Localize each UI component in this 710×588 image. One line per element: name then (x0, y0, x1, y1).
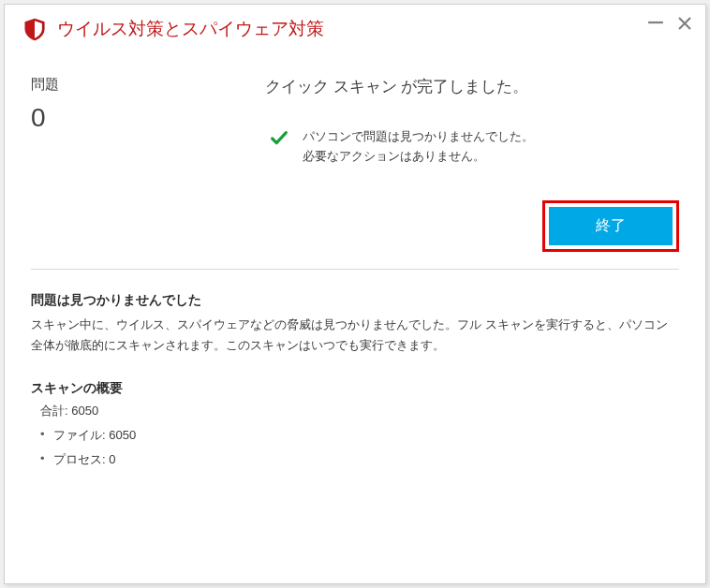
status-column: クイック スキャン が完了しました。 パソコンで問題は見つかりませんでした。 必… (265, 76, 679, 167)
check-icon (269, 128, 289, 149)
close-icon[interactable] (677, 16, 692, 34)
not-found-heading: 問題は見つかりませんでした (31, 292, 679, 309)
summary-total: 合計: 6050 (40, 403, 679, 419)
details-section: 問題は見つかりませんでした スキャン中に、ウイルス、スパイウェアなどの脅威は見つ… (31, 292, 679, 356)
summary-processes: プロセス: 0 (40, 451, 679, 468)
summary-files: ファイル: 6050 (40, 427, 679, 444)
titlebar: ウイルス対策とスパイウェア対策 (5, 5, 705, 50)
result-text: パソコンで問題は見つかりませんでした。 必要なアクションはありません。 (303, 127, 534, 167)
result-row: パソコンで問題は見つかりませんでした。 必要なアクションはありません。 (269, 127, 679, 167)
summary-section: スキャンの概要 合計: 6050 ファイル: 6050 プロセス: 0 (31, 380, 679, 468)
svg-rect-0 (648, 22, 663, 23)
finish-button[interactable]: 終了 (549, 207, 673, 245)
app-window: ウイルス対策とスパイウェア対策 問題 0 クイック スキャン が完了しました。 (4, 4, 706, 584)
button-row: 終了 (31, 200, 679, 252)
minimize-icon[interactable] (647, 14, 664, 35)
not-found-text: スキャン中に、ウイルス、スパイウェアなどの脅威は見つかりませんでした。フル スキ… (31, 315, 679, 356)
divider (31, 269, 679, 270)
problems-column: 問題 0 (31, 76, 265, 167)
scan-result-section: 問題 0 クイック スキャン が完了しました。 パソコンで問題は見つかりませんで… (31, 76, 679, 167)
window-title: ウイルス対策とスパイウェア対策 (57, 17, 324, 41)
summary-heading: スキャンの概要 (31, 380, 679, 397)
content-area: 問題 0 クイック スキャン が完了しました。 パソコンで問題は見つかりませんで… (5, 50, 705, 468)
problems-label: 問題 (31, 76, 265, 94)
summary-list: ファイル: 6050 プロセス: 0 (40, 427, 679, 468)
result-line1: パソコンで問題は見つかりませんでした。 (303, 127, 534, 147)
problems-count: 0 (31, 103, 265, 133)
finish-button-highlight: 終了 (542, 200, 679, 252)
scan-complete-title: クイック スキャン が完了しました。 (265, 76, 679, 97)
result-line2: 必要なアクションはありません。 (303, 147, 534, 167)
window-controls (647, 14, 692, 35)
mcafee-shield-icon (22, 16, 48, 42)
